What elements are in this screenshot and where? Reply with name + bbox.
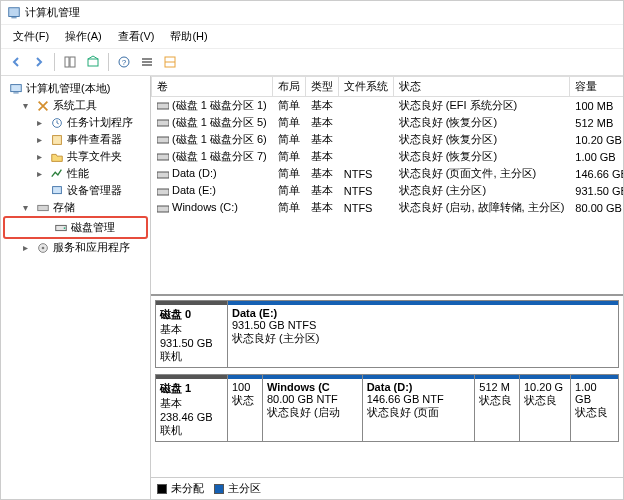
tree-shared-folders[interactable]: ▸ 共享文件夹	[3, 148, 148, 165]
partition[interactable]: 1.00 GB 状态良	[571, 375, 618, 441]
tree-services[interactable]: ▸ 服务和应用程序	[3, 239, 148, 256]
volume-type: 基本	[305, 165, 338, 182]
toolbar: ?	[1, 49, 623, 76]
svg-rect-3	[70, 57, 75, 67]
partition-size: 146.66 GB NTF	[367, 393, 471, 405]
disk-name: 磁盘 1	[160, 381, 223, 396]
partition-bar	[571, 375, 618, 379]
tree-disk-management[interactable]: 磁盘管理	[7, 219, 144, 236]
partition-bar	[520, 375, 570, 379]
tree-storage[interactable]: ▾ 存储	[3, 199, 148, 216]
svg-text:?: ?	[122, 58, 127, 67]
menu-help[interactable]: 帮助(H)	[162, 27, 215, 46]
partition-bar	[263, 375, 362, 379]
expander-icon[interactable]: ▸	[37, 134, 47, 145]
partition-bar	[475, 375, 519, 379]
expander-icon[interactable]: ▸	[23, 242, 33, 253]
volume-row[interactable]: Windows (C:)简单基本NTFS状态良好 (启动, 故障转储, 主分区)…	[152, 199, 624, 216]
volume-row[interactable]: (磁盘 1 磁盘分区 6)简单基本状态良好 (恢复分区)10.20 GB10.2…	[152, 131, 624, 148]
tree-event-viewer[interactable]: ▸ 事件查看器	[3, 131, 148, 148]
menu-file[interactable]: 文件(F)	[5, 27, 57, 46]
expander-icon[interactable]: ▸	[37, 151, 47, 162]
title-bar: 计算机管理	[1, 1, 623, 25]
help-button[interactable]: ?	[114, 52, 134, 72]
volume-row[interactable]: Data (D:)简单基本NTFS状态良好 (页面文件, 主分区)146.66 …	[152, 165, 624, 182]
main-body: 计算机管理(本地) ▾ 系统工具 ▸ 任务计划程序 ▸ 事件查看器 ▸ 共享文件…	[1, 76, 623, 499]
window-title: 计算机管理	[25, 5, 80, 20]
disk-graphic-panel[interactable]: 磁盘 0 基本 931.50 GB 联机 Data (E:) 931.50 GB…	[151, 296, 623, 477]
disk-1-header[interactable]: 磁盘 1 基本 238.46 GB 联机	[156, 375, 228, 441]
tree-root[interactable]: 计算机管理(本地)	[3, 80, 148, 97]
partition[interactable]: Windows (C 80.00 GB NTF 状态良好 (启动	[263, 375, 363, 441]
volume-capacity: 10.20 GB	[570, 131, 623, 148]
volume-list[interactable]: 卷 布局 类型 文件系统 状态 容量 可用空间 (磁盘 1 磁盘分区 1)简单基…	[151, 76, 623, 296]
svg-point-19	[64, 227, 66, 229]
partition[interactable]: 100 状态	[228, 375, 263, 441]
volume-status: 状态良好 (恢复分区)	[393, 131, 570, 148]
main-panel: 卷 布局 类型 文件系统 状态 容量 可用空间 (磁盘 1 磁盘分区 1)简单基…	[151, 76, 623, 499]
volume-row[interactable]: (磁盘 1 磁盘分区 5)简单基本状态良好 (恢复分区)512 MB512 MB	[152, 114, 624, 131]
tree-performance[interactable]: ▸ 性能	[3, 165, 148, 182]
disk-header-bar	[156, 301, 227, 305]
volume-status: 状态良好 (EFI 系统分区)	[393, 97, 570, 115]
col-layout[interactable]: 布局	[272, 77, 305, 97]
partition-status: 状态良好 (主分区)	[232, 331, 614, 346]
disk-1-row[interactable]: 磁盘 1 基本 238.46 GB 联机 100 状态 Win	[155, 374, 619, 442]
col-capacity[interactable]: 容量	[570, 77, 623, 97]
partition-status: 状态良	[479, 393, 515, 408]
volume-status: 状态良好 (恢复分区)	[393, 148, 570, 165]
list-view-button[interactable]	[137, 52, 157, 72]
partition[interactable]: Data (D:) 146.66 GB NTF 状态良好 (页面	[363, 375, 476, 441]
col-type[interactable]: 类型	[305, 77, 338, 97]
col-fs[interactable]: 文件系统	[338, 77, 393, 97]
partition[interactable]: Data (E:) 931.50 GB NTFS 状态良好 (主分区)	[228, 301, 618, 367]
tree-device-manager[interactable]: 设备管理器	[3, 182, 148, 199]
volume-row[interactable]: (磁盘 1 磁盘分区 1)简单基本状态良好 (EFI 系统分区)100 MB10…	[152, 97, 624, 115]
volume-name: Data (E:)	[152, 182, 273, 199]
disk-state: 联机	[160, 349, 223, 364]
highlight-box: 磁盘管理	[3, 216, 148, 239]
disk-0-row[interactable]: 磁盘 0 基本 931.50 GB 联机 Data (E:) 931.50 GB…	[155, 300, 619, 368]
expander-icon[interactable]: ▾	[23, 202, 33, 213]
partition[interactable]: 10.20 G 状态良	[520, 375, 571, 441]
device-icon	[50, 184, 64, 198]
services-icon	[36, 241, 50, 255]
clock-icon	[50, 116, 64, 130]
volume-fs	[338, 97, 393, 115]
legend: 未分配 主分区	[151, 477, 623, 499]
view-mode-button[interactable]	[60, 52, 80, 72]
volume-row[interactable]: Data (E:)简单基本NTFS状态良好 (主分区)931.50 GB815.…	[152, 182, 624, 199]
computer-icon	[9, 82, 23, 96]
volume-name: (磁盘 1 磁盘分区 6)	[152, 131, 273, 148]
partition-status: 状态良	[524, 393, 566, 408]
nav-forward-button[interactable]	[29, 52, 49, 72]
legend-primary: 主分区	[214, 481, 261, 496]
partition-size: 1.00 GB	[575, 381, 614, 405]
volume-capacity: 80.00 GB	[570, 199, 623, 216]
detail-view-button[interactable]	[160, 52, 180, 72]
menu-view[interactable]: 查看(V)	[110, 27, 163, 46]
col-volume[interactable]: 卷	[152, 77, 273, 97]
volume-name: (磁盘 1 磁盘分区 1)	[152, 97, 273, 115]
refresh-button[interactable]	[83, 52, 103, 72]
expander-icon[interactable]: ▾	[23, 100, 33, 111]
svg-rect-7	[142, 58, 152, 60]
tools-icon	[36, 99, 50, 113]
app-window: 计算机管理 文件(F) 操作(A) 查看(V) 帮助(H) ? 计算机管理(本地…	[0, 0, 624, 500]
tree-task-scheduler[interactable]: ▸ 任务计划程序	[3, 114, 148, 131]
disk-0-header[interactable]: 磁盘 0 基本 931.50 GB 联机	[156, 301, 228, 367]
nav-tree[interactable]: 计算机管理(本地) ▾ 系统工具 ▸ 任务计划程序 ▸ 事件查看器 ▸ 共享文件…	[1, 76, 151, 499]
volume-row[interactable]: (磁盘 1 磁盘分区 7)简单基本状态良好 (恢复分区)1.00 GB1.00 …	[152, 148, 624, 165]
col-status[interactable]: 状态	[393, 77, 570, 97]
svg-rect-9	[142, 64, 152, 66]
volume-name: (磁盘 1 磁盘分区 5)	[152, 114, 273, 131]
tree-system-tools[interactable]: ▾ 系统工具	[3, 97, 148, 114]
partition[interactable]: 512 M 状态良	[475, 375, 520, 441]
expander-icon[interactable]: ▸	[37, 117, 47, 128]
svg-rect-12	[11, 84, 22, 91]
nav-back-button[interactable]	[6, 52, 26, 72]
expander-icon[interactable]: ▸	[37, 168, 47, 179]
volume-status: 状态良好 (恢复分区)	[393, 114, 570, 131]
disk-0-partitions: Data (E:) 931.50 GB NTFS 状态良好 (主分区)	[228, 301, 618, 367]
menu-action[interactable]: 操作(A)	[57, 27, 110, 46]
